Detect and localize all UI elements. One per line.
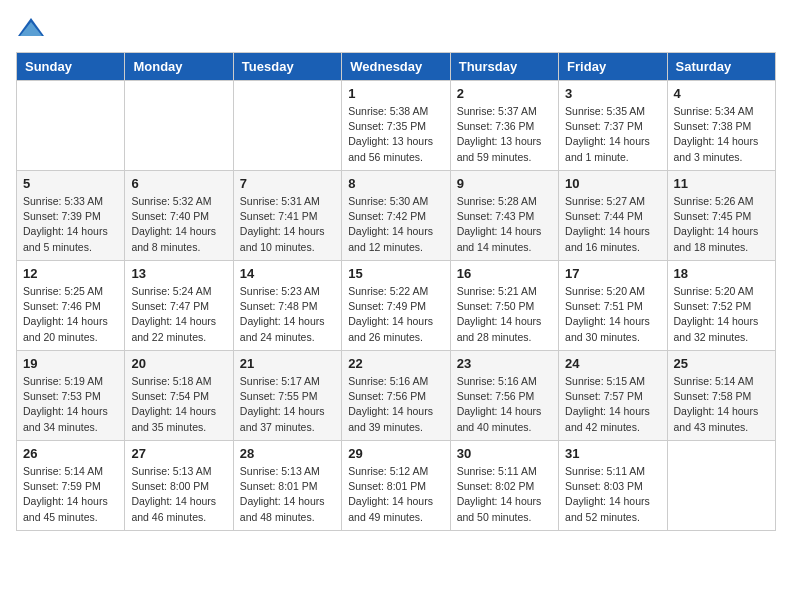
calendar-cell: 27Sunrise: 5:13 AM Sunset: 8:00 PM Dayli… [125,441,233,531]
day-number: 22 [348,356,443,371]
day-info: Sunrise: 5:18 AM Sunset: 7:54 PM Dayligh… [131,374,226,435]
day-number: 24 [565,356,660,371]
calendar-week-row: 12Sunrise: 5:25 AM Sunset: 7:46 PM Dayli… [17,261,776,351]
calendar-week-row: 26Sunrise: 5:14 AM Sunset: 7:59 PM Dayli… [17,441,776,531]
calendar-week-row: 5Sunrise: 5:33 AM Sunset: 7:39 PM Daylig… [17,171,776,261]
day-number: 5 [23,176,118,191]
calendar-cell: 5Sunrise: 5:33 AM Sunset: 7:39 PM Daylig… [17,171,125,261]
calendar-week-row: 1Sunrise: 5:38 AM Sunset: 7:35 PM Daylig… [17,81,776,171]
day-info: Sunrise: 5:32 AM Sunset: 7:40 PM Dayligh… [131,194,226,255]
calendar-cell: 8Sunrise: 5:30 AM Sunset: 7:42 PM Daylig… [342,171,450,261]
day-info: Sunrise: 5:24 AM Sunset: 7:47 PM Dayligh… [131,284,226,345]
calendar-weekday-friday: Friday [559,53,667,81]
day-info: Sunrise: 5:26 AM Sunset: 7:45 PM Dayligh… [674,194,769,255]
calendar-cell: 31Sunrise: 5:11 AM Sunset: 8:03 PM Dayli… [559,441,667,531]
calendar-table: SundayMondayTuesdayWednesdayThursdayFrid… [16,52,776,531]
calendar-cell: 22Sunrise: 5:16 AM Sunset: 7:56 PM Dayli… [342,351,450,441]
day-info: Sunrise: 5:16 AM Sunset: 7:56 PM Dayligh… [457,374,552,435]
calendar-week-row: 19Sunrise: 5:19 AM Sunset: 7:53 PM Dayli… [17,351,776,441]
calendar-cell: 24Sunrise: 5:15 AM Sunset: 7:57 PM Dayli… [559,351,667,441]
day-number: 4 [674,86,769,101]
day-number: 2 [457,86,552,101]
calendar-weekday-thursday: Thursday [450,53,558,81]
calendar-weekday-monday: Monday [125,53,233,81]
day-info: Sunrise: 5:14 AM Sunset: 7:58 PM Dayligh… [674,374,769,435]
calendar-cell: 15Sunrise: 5:22 AM Sunset: 7:49 PM Dayli… [342,261,450,351]
day-info: Sunrise: 5:34 AM Sunset: 7:38 PM Dayligh… [674,104,769,165]
logo [16,16,50,40]
day-number: 28 [240,446,335,461]
calendar-weekday-tuesday: Tuesday [233,53,341,81]
day-number: 18 [674,266,769,281]
calendar-cell: 28Sunrise: 5:13 AM Sunset: 8:01 PM Dayli… [233,441,341,531]
calendar-weekday-wednesday: Wednesday [342,53,450,81]
calendar-weekday-saturday: Saturday [667,53,775,81]
day-info: Sunrise: 5:13 AM Sunset: 8:01 PM Dayligh… [240,464,335,525]
calendar-cell: 16Sunrise: 5:21 AM Sunset: 7:50 PM Dayli… [450,261,558,351]
calendar-cell: 30Sunrise: 5:11 AM Sunset: 8:02 PM Dayli… [450,441,558,531]
day-info: Sunrise: 5:27 AM Sunset: 7:44 PM Dayligh… [565,194,660,255]
calendar-header-row: SundayMondayTuesdayWednesdayThursdayFrid… [17,53,776,81]
day-number: 19 [23,356,118,371]
day-info: Sunrise: 5:11 AM Sunset: 8:02 PM Dayligh… [457,464,552,525]
day-number: 30 [457,446,552,461]
calendar-cell [233,81,341,171]
day-info: Sunrise: 5:20 AM Sunset: 7:51 PM Dayligh… [565,284,660,345]
day-number: 9 [457,176,552,191]
calendar-cell: 10Sunrise: 5:27 AM Sunset: 7:44 PM Dayli… [559,171,667,261]
calendar-cell: 6Sunrise: 5:32 AM Sunset: 7:40 PM Daylig… [125,171,233,261]
calendar-cell: 7Sunrise: 5:31 AM Sunset: 7:41 PM Daylig… [233,171,341,261]
day-number: 21 [240,356,335,371]
day-number: 15 [348,266,443,281]
day-info: Sunrise: 5:23 AM Sunset: 7:48 PM Dayligh… [240,284,335,345]
day-number: 31 [565,446,660,461]
day-info: Sunrise: 5:33 AM Sunset: 7:39 PM Dayligh… [23,194,118,255]
calendar-cell: 1Sunrise: 5:38 AM Sunset: 7:35 PM Daylig… [342,81,450,171]
calendar-cell [125,81,233,171]
calendar-cell: 3Sunrise: 5:35 AM Sunset: 7:37 PM Daylig… [559,81,667,171]
calendar-cell [667,441,775,531]
day-info: Sunrise: 5:16 AM Sunset: 7:56 PM Dayligh… [348,374,443,435]
calendar-cell: 18Sunrise: 5:20 AM Sunset: 7:52 PM Dayli… [667,261,775,351]
calendar-cell: 29Sunrise: 5:12 AM Sunset: 8:01 PM Dayli… [342,441,450,531]
day-number: 10 [565,176,660,191]
day-number: 6 [131,176,226,191]
calendar-cell: 21Sunrise: 5:17 AM Sunset: 7:55 PM Dayli… [233,351,341,441]
day-info: Sunrise: 5:30 AM Sunset: 7:42 PM Dayligh… [348,194,443,255]
day-info: Sunrise: 5:19 AM Sunset: 7:53 PM Dayligh… [23,374,118,435]
day-number: 11 [674,176,769,191]
day-number: 25 [674,356,769,371]
page-header [16,16,776,40]
day-number: 12 [23,266,118,281]
day-info: Sunrise: 5:20 AM Sunset: 7:52 PM Dayligh… [674,284,769,345]
calendar-cell: 2Sunrise: 5:37 AM Sunset: 7:36 PM Daylig… [450,81,558,171]
day-info: Sunrise: 5:35 AM Sunset: 7:37 PM Dayligh… [565,104,660,165]
day-number: 7 [240,176,335,191]
day-info: Sunrise: 5:38 AM Sunset: 7:35 PM Dayligh… [348,104,443,165]
day-number: 3 [565,86,660,101]
day-number: 8 [348,176,443,191]
calendar-cell: 4Sunrise: 5:34 AM Sunset: 7:38 PM Daylig… [667,81,775,171]
day-number: 29 [348,446,443,461]
logo-icon [16,16,46,40]
calendar-cell: 13Sunrise: 5:24 AM Sunset: 7:47 PM Dayli… [125,261,233,351]
day-info: Sunrise: 5:22 AM Sunset: 7:49 PM Dayligh… [348,284,443,345]
calendar-weekday-sunday: Sunday [17,53,125,81]
day-number: 26 [23,446,118,461]
day-info: Sunrise: 5:15 AM Sunset: 7:57 PM Dayligh… [565,374,660,435]
calendar-cell: 26Sunrise: 5:14 AM Sunset: 7:59 PM Dayli… [17,441,125,531]
calendar-cell: 9Sunrise: 5:28 AM Sunset: 7:43 PM Daylig… [450,171,558,261]
calendar-cell: 17Sunrise: 5:20 AM Sunset: 7:51 PM Dayli… [559,261,667,351]
day-number: 16 [457,266,552,281]
day-info: Sunrise: 5:14 AM Sunset: 7:59 PM Dayligh… [23,464,118,525]
day-info: Sunrise: 5:28 AM Sunset: 7:43 PM Dayligh… [457,194,552,255]
day-number: 14 [240,266,335,281]
calendar-cell: 25Sunrise: 5:14 AM Sunset: 7:58 PM Dayli… [667,351,775,441]
calendar-cell: 11Sunrise: 5:26 AM Sunset: 7:45 PM Dayli… [667,171,775,261]
day-number: 17 [565,266,660,281]
calendar-body: 1Sunrise: 5:38 AM Sunset: 7:35 PM Daylig… [17,81,776,531]
day-info: Sunrise: 5:13 AM Sunset: 8:00 PM Dayligh… [131,464,226,525]
day-number: 13 [131,266,226,281]
day-info: Sunrise: 5:17 AM Sunset: 7:55 PM Dayligh… [240,374,335,435]
calendar-cell: 12Sunrise: 5:25 AM Sunset: 7:46 PM Dayli… [17,261,125,351]
